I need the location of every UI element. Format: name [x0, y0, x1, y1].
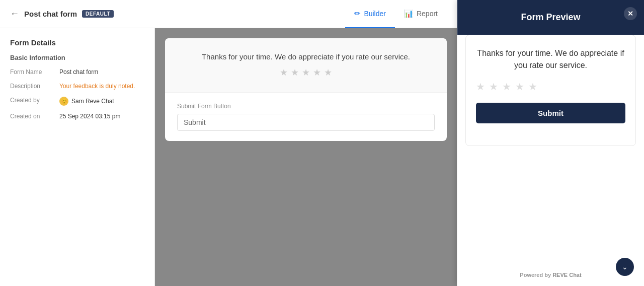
page-title: Post chat form: [24, 10, 77, 18]
section-title: Form Details: [10, 38, 144, 47]
value-form-name: Post chat form: [59, 68, 144, 76]
chevron-down-icon: ⌄: [622, 263, 628, 271]
submit-input[interactable]: [177, 114, 435, 131]
top-bar: ← Post chat form DEFAULT ✏ Builder 📊 Rep…: [0, 0, 457, 28]
powered-by-text: Powered by: [520, 272, 551, 278]
preview-star-2[interactable]: ★: [489, 81, 498, 93]
top-bar-left: ← Post chat form DEFAULT: [10, 9, 114, 19]
preview-header: Form Preview ✕: [457, 0, 644, 35]
tab-report-label: Report: [417, 10, 438, 18]
tab-report[interactable]: 📊 Report: [395, 0, 447, 28]
star-2[interactable]: ★: [291, 67, 299, 78]
report-icon: 📊: [404, 9, 414, 18]
form-card-title: Thanks for your time. We do appreciate i…: [177, 52, 435, 61]
preview-star-3[interactable]: ★: [502, 81, 511, 93]
info-row-created-on: Created on 25 Sep 2024 03:15 pm: [10, 113, 144, 120]
preview-stars: ★ ★ ★ ★ ★: [476, 81, 625, 93]
top-bar-tabs: ✏ Builder 📊 Report: [345, 0, 447, 28]
avatar: 😊: [59, 97, 68, 106]
created-by-row: 😊 Sam Reve Chat: [59, 97, 114, 106]
tab-builder[interactable]: ✏ Builder: [345, 0, 395, 28]
form-card: Thanks for your time. We do appreciate i…: [165, 38, 447, 141]
preview-star-5[interactable]: ★: [528, 81, 537, 93]
label-form-name: Form Name: [10, 68, 55, 76]
star-4[interactable]: ★: [313, 67, 321, 78]
value-created-by: Sam Reve Chat: [71, 98, 114, 105]
value-description: Your feedback is duly noted.: [59, 83, 144, 90]
brand-name: REVE Chat: [552, 272, 581, 278]
back-icon[interactable]: ←: [10, 9, 19, 19]
builder-icon: ✏: [354, 9, 361, 18]
tab-builder-label: Builder: [364, 10, 386, 18]
label-created-by: Created by: [10, 97, 55, 106]
info-row-form-name: Form Name Post chat form: [10, 68, 144, 76]
star-1[interactable]: ★: [280, 67, 288, 78]
scroll-down-button[interactable]: ⌄: [616, 258, 634, 276]
star-5[interactable]: ★: [324, 67, 332, 78]
preview-title: Form Preview: [521, 12, 580, 23]
preview-card: Thanks for your time. We do appreciate i…: [465, 35, 636, 146]
center-content: Thanks for your time. We do appreciate i…: [155, 28, 457, 286]
info-row-created-by: Created by 😊 Sam Reve Chat: [10, 97, 144, 106]
form-card-header: Thanks for your time. We do appreciate i…: [165, 38, 447, 93]
label-created-on: Created on: [10, 113, 55, 120]
submit-form-label: Submit Form Button: [177, 103, 435, 110]
star-3[interactable]: ★: [302, 67, 310, 78]
form-card-body: Submit Form Button: [165, 93, 447, 141]
close-button[interactable]: ✕: [624, 7, 637, 20]
subsection-title: Basic Information: [10, 54, 144, 61]
close-icon: ✕: [627, 10, 633, 18]
submit-button[interactable]: Submit: [476, 103, 625, 123]
label-description: Description: [10, 83, 55, 90]
info-row-description: Description Your feedback is duly noted.: [10, 83, 144, 90]
preview-message: Thanks for your time. We do appreciate i…: [476, 47, 625, 72]
preview-star-4[interactable]: ★: [515, 81, 524, 93]
left-sidebar: Form Details Basic Information Form Name…: [0, 28, 155, 286]
preview-footer: Powered by REVE Chat: [457, 272, 644, 278]
preview-star-1[interactable]: ★: [476, 81, 485, 93]
default-badge: DEFAULT: [82, 10, 114, 18]
stars-row: ★ ★ ★ ★ ★: [177, 67, 435, 78]
preview-panel: Form Preview ✕ Thanks for your time. We …: [457, 0, 644, 286]
value-created-on: 25 Sep 2024 03:15 pm: [59, 113, 144, 120]
